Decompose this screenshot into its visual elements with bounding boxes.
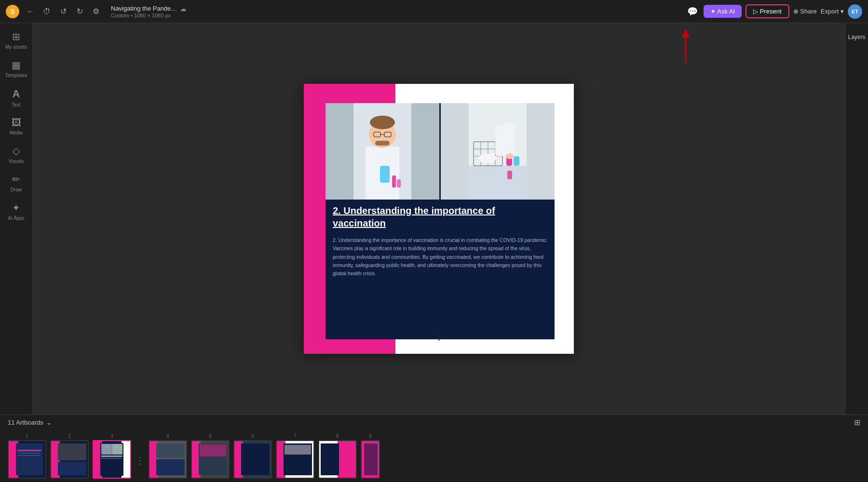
slide-canvas: 2. Understanding the importance of vacci… [304, 84, 574, 354]
slide-title-area: 2. Understanding the importance of vacci… [333, 204, 550, 278]
thumbnail-4[interactable]: 4 [149, 433, 187, 479]
left-sidebar: ⊞ My assets ▦ Templates A Text 🖼 Media ◇… [0, 23, 33, 415]
ask-ai-button[interactable]: ✦ Ask AI [704, 5, 742, 18]
chat-button[interactable]: 💬 [685, 4, 700, 19]
thumbnail-3[interactable]: 3 [93, 433, 131, 479]
thumbnails-row: 1 2 [0, 430, 868, 482]
thumbnail-img-3[interactable] [93, 440, 131, 479]
svg-rect-10 [380, 166, 390, 183]
svg-rect-28 [495, 125, 507, 156]
canvas-chevron[interactable]: ⌄ [435, 332, 443, 343]
undo-button[interactable]: ↺ [56, 4, 70, 19]
present-button[interactable]: ▷ Present [746, 4, 789, 18]
history-button[interactable]: ⏱ [40, 4, 54, 19]
app-logo[interactable]: S [6, 5, 19, 18]
thumbnail-5[interactable]: 5 [191, 433, 230, 479]
slide-title: 2. Understanding the importance of vacci… [333, 204, 550, 229]
document-subtitle: Custom • 1080 × 1080 px [111, 13, 681, 18]
thumbnail-1[interactable]: 1 [8, 433, 46, 479]
sidebar-item-text[interactable]: A Text [2, 84, 31, 111]
thumbnail-img-9[interactable] [361, 440, 380, 479]
sidebar-item-templates[interactable]: ▦ Templates [2, 55, 31, 82]
sidebar-item-media[interactable]: 🖼 Media [2, 113, 31, 139]
artboards-toggle[interactable]: 11 Artboards ⌄ [8, 419, 52, 426]
topbar-right: 💬 ✦ Ask AI ▷ Present ⊕ Share Export ▾ ET [685, 4, 862, 19]
thumbnail-8[interactable]: 8 [318, 433, 357, 479]
templates-icon: ▦ [12, 59, 21, 71]
slide-dark-area: 2. Understanding the importance of vacci… [326, 103, 555, 339]
thumbnail-img-5[interactable] [191, 440, 230, 479]
back-button[interactable]: ← [23, 4, 38, 19]
slide-image-1 [326, 103, 439, 200]
svg-rect-6 [375, 141, 390, 146]
thumbnail-img-2[interactable] [50, 440, 89, 479]
text-icon: A [13, 88, 20, 100]
thumbnail-img-4[interactable] [149, 440, 187, 479]
sidebar-item-draw[interactable]: ✏ Draw [2, 170, 31, 196]
thumbnail-9[interactable]: 9 [361, 433, 380, 479]
artboards-header: 11 Artboards ⌄ ⊞ [0, 415, 868, 430]
layers-button[interactable]: Layers [844, 32, 868, 42]
thumbnail-more-options[interactable]: ⋮ [135, 455, 145, 466]
artboards-chevron-icon: ⌄ [46, 419, 52, 426]
media-icon: 🖼 [12, 117, 21, 128]
thumbnail-img-8[interactable] [318, 440, 357, 479]
artboards-grid-icon[interactable]: ⊞ [854, 418, 860, 427]
svg-point-29 [506, 153, 514, 159]
svg-rect-14 [469, 166, 527, 200]
document-title: Navigating the Pande… ☁ [111, 5, 681, 13]
export-button[interactable]: Export ▾ [821, 8, 844, 15]
right-sidebar: Layers [845, 23, 868, 415]
sidebar-item-my-assets[interactable]: ⊞ My assets [2, 27, 31, 54]
thumbnail-img-7[interactable] [276, 440, 314, 479]
thumbnail-img-6[interactable] [233, 440, 272, 479]
share-button[interactable]: ⊕ Share [793, 8, 817, 15]
bottom-bar: 11 Artboards ⌄ ⊞ 1 2 [0, 415, 868, 482]
layers-panel: Layers [844, 27, 868, 42]
ai-apps-icon: ✦ [12, 202, 20, 214]
cloud-save-icon: ☁ [180, 5, 187, 13]
slide-image-2 [441, 103, 555, 200]
svg-rect-26 [507, 171, 512, 179]
thumbnail-7[interactable]: 7 [276, 433, 314, 479]
svg-rect-12 [397, 179, 401, 187]
visuals-icon: ◇ [13, 145, 20, 157]
sidebar-item-ai-apps[interactable]: ✦ AI Apps [2, 198, 31, 225]
thumbnail-6[interactable]: 6 [233, 433, 272, 479]
thumbnail-img-1[interactable] [8, 440, 46, 479]
redo-button[interactable]: ↻ [72, 4, 87, 19]
main-area: ⊞ My assets ▦ Templates A Text 🖼 Media ◇… [0, 23, 868, 415]
nav-icons: ← ⏱ ↺ ↻ ⚙ [23, 4, 103, 19]
svg-point-23 [495, 155, 496, 156]
title-area: Navigating the Pande… ☁ Custom • 1080 × … [111, 5, 681, 18]
slide-body: 2. Understanding the importance of vacci… [333, 236, 550, 278]
topbar: S ← ⏱ ↺ ↻ ⚙ Navigating the Pande… ☁ Cust… [0, 0, 868, 23]
artboards-label: 11 Artboards [8, 419, 43, 426]
settings-button[interactable]: ⚙ [89, 4, 103, 19]
arrow-annotation [676, 29, 695, 69]
avatar[interactable]: ET [848, 4, 862, 19]
sidebar-item-visuals[interactable]: ◇ Visuals [2, 141, 31, 168]
draw-icon: ✏ [12, 174, 20, 185]
thumbnail-2[interactable]: 2 [50, 433, 89, 479]
svg-marker-1 [682, 29, 690, 38]
canvas-area[interactable]: 2. Understanding the importance of vacci… [33, 23, 845, 415]
assets-icon: ⊞ [12, 31, 20, 42]
svg-rect-25 [514, 156, 519, 166]
svg-point-5 [370, 116, 395, 129]
slide-images-row [326, 103, 555, 200]
svg-rect-11 [392, 175, 396, 187]
